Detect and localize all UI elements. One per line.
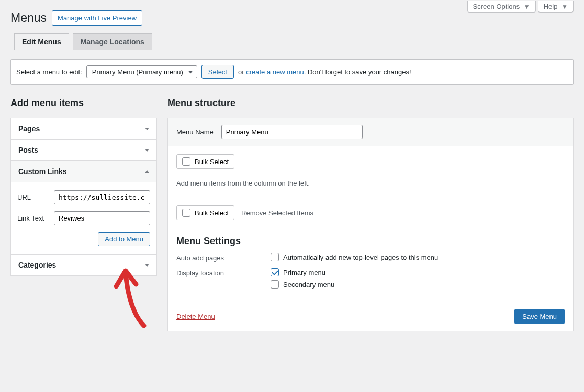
primary-menu-label: Primary menu (283, 269, 325, 276)
add-to-menu-button[interactable]: Add to Menu (98, 232, 150, 246)
checkbox-icon (182, 157, 190, 166)
caret-down-icon (145, 128, 149, 130)
panel-pages[interactable]: Pages (11, 118, 156, 139)
menu-structure-heading: Menu structure (167, 98, 574, 109)
checkbox-icon (182, 209, 190, 217)
delete-menu-link[interactable]: Delete Menu (176, 313, 215, 320)
select-menu-button[interactable]: Select (201, 65, 234, 79)
auto-add-pages-label: Auto add pages (176, 253, 271, 265)
panel-custom-links[interactable]: Custom Links (11, 161, 156, 182)
secondary-menu-checkbox[interactable]: Secondary menu (271, 280, 565, 289)
menu-select-label: Select a menu to edit: (16, 68, 82, 76)
or-text: or (238, 68, 244, 76)
link-text-label: Link Text (17, 214, 54, 222)
page-title: Menus (10, 11, 47, 25)
caret-down-icon (145, 264, 149, 267)
reminder-text: . Don't forget to save your changes! (304, 68, 411, 76)
panel-categories[interactable]: Categories (11, 255, 156, 275)
panel-categories-label: Categories (18, 261, 56, 269)
checkbox-icon (271, 280, 279, 289)
bulk-select-button-bottom[interactable]: Bulk Select (176, 205, 234, 220)
display-location-label: Display location (176, 268, 271, 292)
screen-options-button[interactable]: Screen Options ▼ (467, 1, 536, 13)
remove-selected-link[interactable]: Remove Selected Items (241, 209, 313, 217)
caret-down-icon: ▼ (524, 3, 530, 10)
add-menu-items-heading: Add menu items (10, 98, 157, 109)
menu-name-label: Menu Name (176, 128, 214, 136)
auto-add-pages-checkbox[interactable]: Automatically add new top-level pages to… (271, 253, 565, 261)
bulk-select-button-top[interactable]: Bulk Select (176, 154, 234, 169)
bulk-select-label: Bulk Select (195, 209, 229, 217)
help-button[interactable]: Help ▼ (538, 1, 574, 13)
bulk-select-label: Bulk Select (195, 158, 229, 166)
help-label: Help (544, 3, 558, 10)
caret-down-icon: ▼ (561, 3, 568, 10)
secondary-menu-label: Secondary menu (283, 281, 334, 289)
screen-options-label: Screen Options (473, 3, 520, 10)
auto-add-pages-option-label: Automatically add new top-level pages to… (283, 253, 438, 261)
panel-custom-links-label: Custom Links (18, 167, 67, 176)
menu-name-input[interactable] (221, 125, 363, 139)
caret-up-icon (145, 170, 149, 173)
save-menu-button[interactable]: Save Menu (514, 309, 565, 324)
url-input[interactable] (54, 190, 150, 204)
tab-manage-locations[interactable]: Manage Locations (73, 33, 152, 50)
menu-select-value: Primary Menu (Primary menu) (92, 68, 183, 76)
panel-posts[interactable]: Posts (11, 140, 156, 160)
nav-tabs: Edit Menus Manage Locations (10, 33, 574, 50)
menu-settings-heading: Menu Settings (176, 236, 565, 247)
checkbox-checked-icon (271, 268, 279, 276)
url-label: URL (17, 193, 54, 201)
tab-edit-menus[interactable]: Edit Menus (14, 33, 69, 50)
empty-hint: Add menu items from the column on the le… (176, 179, 565, 187)
menu-select-dropdown[interactable]: Primary Menu (Primary menu) (86, 65, 197, 78)
primary-menu-checkbox[interactable]: Primary menu (271, 268, 565, 276)
manage-live-preview-button[interactable]: Manage with Live Preview (52, 10, 142, 26)
create-new-menu-link[interactable]: create a new menu (246, 68, 304, 76)
checkbox-icon (271, 253, 279, 261)
panel-posts-label: Posts (18, 146, 38, 154)
panel-pages-label: Pages (18, 124, 40, 133)
link-text-input[interactable] (54, 211, 150, 225)
caret-down-icon (145, 149, 149, 152)
